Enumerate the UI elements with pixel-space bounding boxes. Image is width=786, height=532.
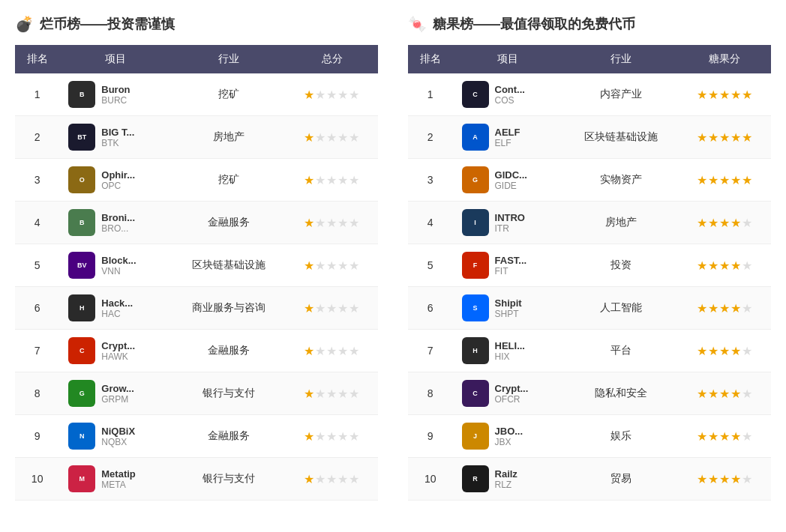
stars-cell: ★★★★★ — [679, 73, 771, 116]
project-cell[interactable]: A AELF ELF — [453, 116, 563, 159]
rank-cell: 7 — [408, 330, 453, 372]
project-name: Broni... BRO... — [101, 212, 135, 234]
project-cell[interactable]: C Crypt... OFCR — [453, 372, 563, 415]
project-ticker: NQBX — [101, 437, 135, 447]
project-cell[interactable]: BT BIG T... BTK — [59, 116, 171, 159]
industry-cell: 投资 — [563, 244, 679, 287]
stars-cell: ★★★★★ — [286, 159, 378, 202]
project-name: Crypt... HAWK — [101, 340, 135, 362]
industry-cell: 挖矿 — [171, 73, 286, 116]
rank-cell: 10 — [15, 458, 59, 501]
table-row: 9 J JBO... JBX 娱乐 ★★★★★ — [408, 415, 771, 458]
industry-cell: 金融服务 — [171, 415, 286, 458]
project-cell[interactable]: H Hack... HAC — [59, 287, 171, 330]
table-row: 9 N NiQBiX NQBX 金融服务 ★★★★★ — [15, 415, 378, 458]
project-name: HELI... HIX — [495, 340, 525, 362]
industry-cell: 银行与支付 — [171, 372, 286, 415]
left-title: 💣 烂币榜——投资需谨慎 — [15, 15, 378, 33]
project-cell[interactable]: F FAST... FIT — [453, 244, 563, 287]
project-cell[interactable]: S Shipit SHPT — [453, 287, 563, 330]
industry-cell: 平台 — [563, 330, 679, 372]
project-logo: I — [462, 209, 489, 236]
stars-cell: ★★★★★ — [286, 287, 378, 330]
project-full-name: INTRO — [495, 212, 525, 223]
stars-cell: ★★★★★ — [286, 330, 378, 372]
project-name: Ophir... OPC — [101, 169, 135, 191]
project-full-name: Buron — [101, 84, 130, 95]
project-cell[interactable]: B Buron BURC — [59, 73, 171, 116]
project-logo: BT — [68, 124, 95, 151]
project-name: Buron BURC — [101, 84, 130, 106]
industry-cell: 区块链基础设施 — [563, 116, 679, 159]
project-ticker: BRO... — [101, 223, 135, 234]
project-cell[interactable]: G Grow... GRPM — [59, 372, 171, 415]
rank-cell: 5 — [15, 244, 59, 287]
project-ticker: FIT — [495, 266, 527, 276]
right-table: 排名 项目 行业 糖果分 1 C Cont... COS 内容产业 ★★★★★ … — [408, 45, 771, 501]
star-rating: ★★★★★ — [697, 174, 753, 187]
table-row: 8 G Grow... GRPM 银行与支付 ★★★★★ — [15, 372, 378, 415]
project-cell[interactable]: O Ophir... OPC — [59, 159, 171, 202]
stars-cell: ★★★★★ — [679, 415, 771, 458]
project-ticker: META — [101, 480, 136, 490]
project-cell[interactable]: G GIDC... GIDE — [453, 159, 563, 202]
project-full-name: JBO... — [495, 426, 524, 437]
project-logo: H — [68, 294, 95, 321]
project-cell[interactable]: H HELI... HIX — [453, 330, 563, 372]
right-col-score: 糖果分 — [679, 45, 771, 73]
project-cell[interactable]: M Metatip META — [59, 458, 171, 501]
project-full-name: AELF — [495, 127, 520, 138]
star-rating: ★★★★★ — [304, 430, 360, 443]
project-cell[interactable]: B Broni... BRO... — [59, 202, 171, 244]
table-row: 3 G GIDC... GIDE 实物资产 ★★★★★ — [408, 159, 771, 202]
table-row: 6 S Shipit SHPT 人工智能 ★★★★★ — [408, 287, 771, 330]
rank-cell: 8 — [15, 372, 59, 415]
project-ticker: GIDE — [495, 181, 527, 191]
project-name: NiQBiX NQBX — [101, 426, 135, 447]
rank-cell: 3 — [15, 159, 59, 202]
table-row: 7 C Crypt... HAWK 金融服务 ★★★★★ — [15, 330, 378, 372]
industry-cell: 区块链基础设施 — [171, 244, 286, 287]
project-cell[interactable]: R Railz RLZ — [453, 458, 563, 501]
project-cell[interactable]: J JBO... JBX — [453, 415, 563, 458]
industry-cell: 贸易 — [563, 458, 679, 501]
project-cell[interactable]: I INTRO ITR — [453, 202, 563, 244]
project-cell[interactable]: C Crypt... HAWK — [59, 330, 171, 372]
star-rating: ★★★★★ — [304, 174, 360, 187]
project-full-name: BIG T... — [101, 127, 134, 138]
star-rating: ★★★★★ — [304, 302, 360, 315]
project-name: INTRO ITR — [495, 212, 525, 234]
project-ticker: HIX — [495, 351, 525, 362]
project-logo: R — [462, 465, 489, 492]
project-cell[interactable]: N NiQBiX NQBX — [59, 415, 171, 458]
project-full-name: Ophir... — [101, 169, 135, 181]
project-name: GIDC... GIDE — [495, 169, 527, 191]
industry-cell: 房地产 — [171, 116, 286, 159]
stars-cell: ★★★★★ — [679, 116, 771, 159]
left-section: 💣 烂币榜——投资需谨慎 排名 项目 行业 总分 1 B Buron BURC — [15, 15, 378, 501]
project-cell[interactable]: BV Block... VNN — [59, 244, 171, 287]
star-rating: ★★★★★ — [697, 302, 753, 315]
left-table: 排名 项目 行业 总分 1 B Buron BURC 挖矿 ★★★★★ 2 — [15, 45, 378, 501]
project-ticker: HAC — [101, 309, 133, 319]
project-name: Cont... COS — [495, 84, 525, 106]
stars-cell: ★★★★★ — [286, 73, 378, 116]
main-container: 💣 烂币榜——投资需谨慎 排名 项目 行业 总分 1 B Buron BURC — [15, 15, 771, 501]
left-title-text: 烂币榜——投资需谨慎 — [40, 15, 175, 33]
rank-cell: 6 — [15, 287, 59, 330]
star-rating: ★★★★★ — [697, 217, 753, 229]
project-cell[interactable]: C Cont... COS — [453, 73, 563, 116]
industry-cell: 银行与支付 — [171, 458, 286, 501]
star-rating: ★★★★★ — [697, 345, 753, 357]
project-logo: G — [68, 380, 95, 407]
project-logo: BV — [68, 252, 95, 279]
star-rating: ★★★★★ — [304, 387, 360, 400]
project-name: Crypt... OFCR — [495, 383, 529, 405]
project-name: Metatip META — [101, 468, 136, 490]
table-row: 2 BT BIG T... BTK 房地产 ★★★★★ — [15, 116, 378, 159]
industry-cell: 金融服务 — [171, 330, 286, 372]
star-rating: ★★★★★ — [304, 345, 360, 357]
stars-cell: ★★★★★ — [679, 372, 771, 415]
rank-cell: 4 — [408, 202, 453, 244]
stars-cell: ★★★★★ — [679, 244, 771, 287]
